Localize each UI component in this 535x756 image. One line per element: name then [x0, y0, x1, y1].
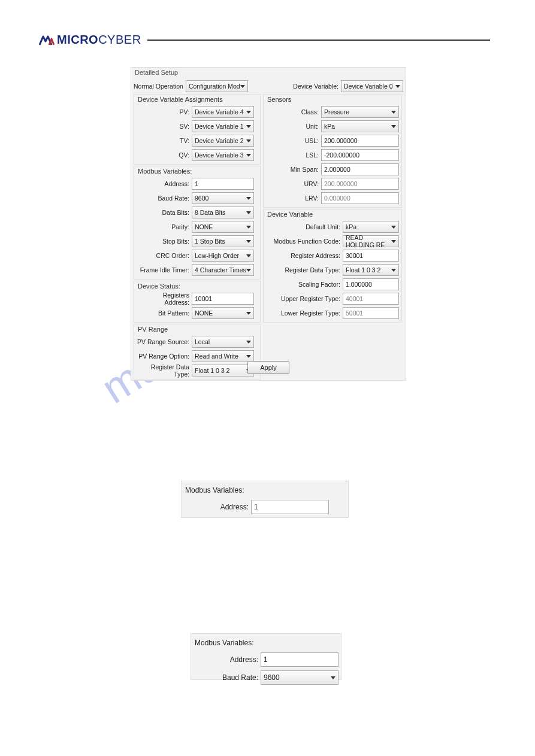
urv-label: URV: [266, 180, 321, 187]
upper-input: 40001 [343, 293, 399, 305]
databits-label: Data Bits: [137, 209, 192, 216]
func-label: Modbus Function Code: [266, 238, 343, 245]
pvrange-src-label: PV Range Source: [137, 338, 192, 345]
class-select[interactable]: Pressure [321, 106, 399, 118]
stopbits-select[interactable]: 1 Stop Bits [192, 235, 254, 247]
pvrange-opt-value: Read and Write [195, 353, 238, 360]
scale-value: 1.000000 [346, 281, 372, 288]
chevron-down-icon [391, 226, 396, 229]
defunit-value: kPa [346, 223, 356, 230]
tv-select[interactable]: Device Variable 2 [192, 135, 254, 147]
normal-operation-select[interactable]: Configuration Mod [186, 80, 248, 92]
sensors-group: Sensors Class: Pressure Unit: kPa USL: 2… [263, 94, 402, 208]
scale-input[interactable]: 1.000000 [343, 278, 399, 290]
parity-label: Parity: [137, 223, 192, 230]
upper-label: Upper Register Type: [266, 295, 343, 302]
qv-label: QV: [137, 151, 192, 159]
crc-label: CRC Order: [137, 252, 192, 259]
baud-select[interactable]: 9600 [192, 192, 254, 204]
pvrange-src-select[interactable]: Local [192, 336, 254, 348]
unit-select[interactable]: kPa [321, 120, 399, 132]
databits-value: 8 Data Bits [195, 209, 225, 216]
chevron-down-icon [391, 240, 396, 243]
devvar-rdt-select[interactable]: Float 1 0 3 2 [343, 264, 399, 276]
lsl-input[interactable]: -200.000000 [321, 149, 399, 161]
urv-value: 200.000000 [324, 180, 357, 187]
func-select[interactable]: READ HOLDING RE [343, 235, 399, 247]
brand-name-2: CYBER [98, 33, 141, 47]
stopbits-label: Stop Bits: [137, 238, 192, 245]
address-value: 1 [195, 180, 198, 187]
snippet1-addr-input[interactable]: 1 [251, 500, 329, 514]
usl-input[interactable]: 200.000000 [321, 135, 399, 147]
unit-value: kPa [324, 123, 335, 130]
lower-value: 50001 [346, 309, 363, 317]
lower-input: 50001 [343, 307, 399, 319]
regaddr-input[interactable]: 30001 [343, 250, 399, 262]
normal-operation-value: Configuration Mod [189, 83, 240, 90]
chevron-down-icon [246, 197, 251, 200]
page-header: MICROCYBER [39, 33, 490, 47]
crc-value: Low-High Order [195, 252, 239, 259]
bit-pattern-select[interactable]: NONE [192, 307, 254, 319]
bit-pattern-label: Bit Pattern: [137, 309, 192, 317]
apply-button[interactable]: Apply [247, 361, 289, 374]
pv-select[interactable]: Device Variable 4 [192, 106, 254, 118]
reg-addr-value: 10001 [195, 295, 212, 302]
lrv-label: LRV: [266, 195, 321, 202]
snippet2-addr-label: Address: [194, 655, 261, 664]
lsl-label: LSL: [266, 151, 321, 159]
span-input[interactable]: 2.000000 [321, 163, 399, 175]
chevron-down-icon [246, 139, 251, 142]
address-input[interactable]: 1 [192, 178, 254, 190]
qv-value: Device Variable 3 [195, 151, 244, 159]
pvrange-src-value: Local [195, 338, 210, 345]
parity-select[interactable]: NONE [192, 221, 254, 233]
lower-label: Lower Register Type: [266, 309, 343, 317]
stopbits-value: 1 Stop Bits [195, 238, 225, 245]
chevron-down-icon [391, 111, 396, 114]
chevron-down-icon [246, 154, 251, 157]
parity-value: NONE [195, 223, 213, 230]
idle-select[interactable]: 4 Character Times [192, 264, 254, 276]
defunit-select[interactable]: kPa [343, 221, 399, 233]
panel-title: Detailed Setup [135, 69, 178, 76]
pvrange-opt-label: PV Range Option: [137, 353, 192, 360]
brand-name-1: MICRO [57, 33, 98, 47]
reg-addr-input[interactable]: 10001 [192, 293, 254, 305]
baud-value: 9600 [195, 195, 208, 202]
device-variable-select[interactable]: Device Variable 0 [341, 80, 403, 92]
address-label: Address: [137, 180, 192, 187]
lsl-value: -200.000000 [324, 151, 359, 159]
devvar-rdt-label: Register Data Type: [266, 266, 343, 274]
modbus-snippet-1: Modbus Variables: Address: 1 [181, 481, 349, 518]
snippet2-baud-label: Baud Rate: [194, 673, 261, 682]
snippet2-title: Modbus Variables: [194, 636, 338, 649]
device-variable-group: Device Variable Default Unit: kPa Modbus… [263, 209, 402, 323]
assignments-group: Device Variable Assignments PV: Device V… [134, 94, 261, 165]
unit-label: Unit: [266, 123, 321, 130]
normal-operation-label: Normal Operation [134, 83, 186, 90]
top-row: Normal Operation Configuration Mod Devic… [134, 80, 403, 93]
pvrange-opt-select[interactable]: Read and Write [192, 350, 254, 362]
sv-label: SV: [137, 123, 192, 130]
crc-select[interactable]: Low-High Order [192, 250, 254, 262]
chevron-down-icon [246, 355, 251, 358]
defunit-label: Default Unit: [266, 223, 343, 230]
scale-label: Scaling Factor: [266, 281, 343, 288]
urv-input: 200.000000 [321, 178, 399, 190]
tv-label: TV: [137, 137, 192, 144]
span-label: Min Span: [266, 166, 321, 173]
snippet2-baud-value: 9600 [264, 673, 280, 682]
tv-value: Device Variable 2 [195, 137, 244, 144]
status-title: Device Status: [137, 283, 258, 291]
chevron-down-icon [246, 312, 251, 315]
databits-select[interactable]: 8 Data Bits [192, 207, 254, 218]
snippet2-addr-input[interactable]: 1 [261, 652, 338, 667]
qv-select[interactable]: Device Variable 3 [192, 149, 254, 161]
chevron-down-icon [240, 85, 245, 88]
snippet2-baud-select[interactable]: 9600 [261, 670, 338, 685]
upper-value: 40001 [346, 295, 363, 302]
sv-select[interactable]: Device Variable 1 [192, 120, 254, 132]
apply-label: Apply [260, 364, 277, 371]
